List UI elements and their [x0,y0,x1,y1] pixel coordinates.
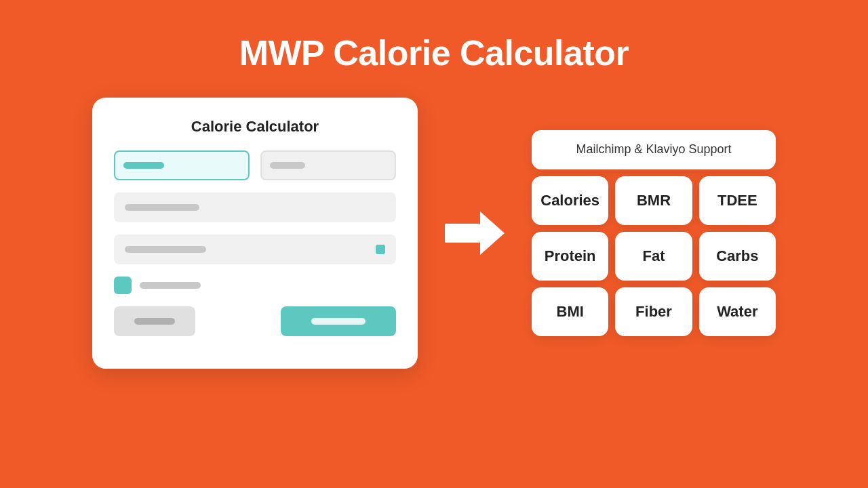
arrow-body [445,224,480,243]
result-cell-tdee: TDEE [699,176,776,225]
results-grid: Calories BMR TDEE Protein Fat Carbs BMI … [532,176,776,336]
primary-button[interactable] [281,306,396,336]
full-input-inner-1 [125,204,199,211]
checkbox-row [114,277,396,294]
input-field-active[interactable] [114,150,250,180]
result-cell-water: Water [699,287,776,336]
checkbox[interactable] [114,277,132,294]
progress-line [125,246,206,253]
result-cell-calories: Calories [532,176,608,225]
calculator-card: Calorie Calculator [92,98,418,369]
button-row [114,306,396,336]
checkbox-label [140,282,201,289]
arrow-icon [445,211,505,255]
result-cell-fiber: Fiber [615,287,692,336]
progress-row[interactable] [114,235,396,264]
full-input-field-1[interactable] [114,192,396,222]
secondary-button-label [134,318,175,325]
main-content: Calorie Calculator [0,98,868,369]
input-row-1 [114,150,396,180]
result-cell-bmi: BMI [532,287,608,336]
input-bar-gray [270,162,305,169]
arrow-container [445,211,505,255]
result-cell-protein: Protein [532,232,608,281]
input-bar-teal [123,162,164,169]
support-card: Mailchimp & Klaviyo Support [532,130,776,169]
result-cell-carbs: Carbs [699,232,776,281]
input-field-inactive[interactable] [260,150,396,180]
secondary-button[interactable] [114,306,195,336]
result-cell-fat: Fat [615,232,692,281]
primary-button-label [311,318,366,325]
result-cell-bmr: BMR [615,176,692,225]
calculator-card-title: Calorie Calculator [114,118,396,136]
page-title: MWP Calorie Calculator [239,33,629,73]
progress-indicator [376,245,385,254]
arrow-head [480,211,505,255]
results-grid-container: Mailchimp & Klaviyo Support Calories BMR… [532,130,776,336]
